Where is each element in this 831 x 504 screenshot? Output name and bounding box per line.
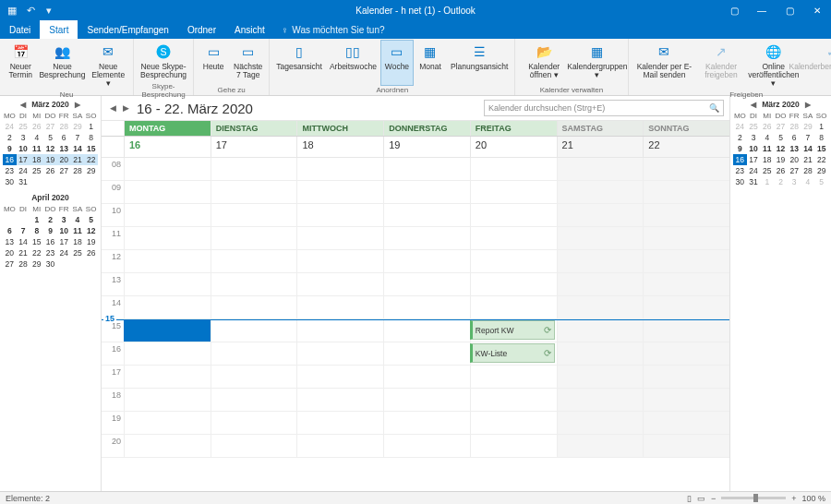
- schedule-view-button[interactable]: ☰Planungsansicht: [448, 41, 511, 85]
- calendar-day[interactable]: 18: [71, 236, 85, 247]
- calendar-day[interactable]: 31: [747, 176, 761, 187]
- calendar-day[interactable]: 29: [814, 165, 828, 176]
- calendar-day[interactable]: 15: [814, 143, 828, 154]
- calendar-day[interactable]: 3: [788, 176, 801, 187]
- calendar-day[interactable]: 16: [43, 236, 57, 247]
- date-cell[interactable]: 16: [124, 137, 211, 157]
- time-slot[interactable]: [643, 435, 729, 457]
- calendar-day[interactable]: 29: [71, 121, 85, 132]
- calendar-day[interactable]: 27: [3, 258, 17, 270]
- time-slot[interactable]: [211, 227, 297, 249]
- time-slot[interactable]: [296, 319, 383, 342]
- time-slot[interactable]: [643, 158, 729, 180]
- time-slot[interactable]: [557, 250, 644, 272]
- calendar-day[interactable]: 21: [801, 154, 815, 165]
- calendar-day[interactable]: 28: [71, 165, 85, 176]
- time-slot[interactable]: [643, 227, 729, 249]
- time-slot[interactable]: [470, 204, 557, 226]
- calendar-day[interactable]: 7: [801, 132, 815, 143]
- time-slot[interactable]: [124, 227, 211, 249]
- calendar-day[interactable]: 15: [30, 236, 43, 247]
- time-slot[interactable]: [643, 389, 729, 411]
- calendar-day[interactable]: 23: [733, 165, 747, 176]
- calendar-day[interactable]: 27: [774, 121, 788, 132]
- calendar-day[interactable]: 24: [747, 165, 761, 176]
- calendar-day[interactable]: 14: [17, 236, 30, 247]
- calendar-day[interactable]: 25: [747, 121, 761, 132]
- time-slot[interactable]: [211, 250, 297, 272]
- time-slot[interactable]: [643, 296, 729, 318]
- time-slot[interactable]: [296, 366, 383, 388]
- maximize-icon[interactable]: ▢: [776, 0, 803, 20]
- calendar-day[interactable]: 21: [17, 247, 30, 258]
- calendar-day[interactable]: 6: [57, 132, 71, 143]
- calendar-day[interactable]: 2: [43, 214, 57, 225]
- calendar-day[interactable]: 23: [3, 165, 17, 176]
- tab-start[interactable]: Start: [40, 20, 78, 39]
- tab-ansicht[interactable]: Ansicht: [225, 20, 274, 39]
- time-slot[interactable]: [296, 296, 383, 318]
- calendar-day[interactable]: 21: [71, 154, 85, 165]
- calendar-day[interactable]: 28: [801, 165, 815, 176]
- time-slot[interactable]: [383, 319, 470, 342]
- calendar-day[interactable]: [84, 176, 98, 187]
- time-slot[interactable]: [470, 273, 557, 295]
- time-slot[interactable]: [124, 366, 211, 388]
- time-slot[interactable]: [557, 273, 644, 295]
- time-slot[interactable]: [383, 204, 470, 226]
- time-slot[interactable]: [211, 158, 297, 180]
- calendar-day[interactable]: 1: [814, 121, 828, 132]
- calendar-day[interactable]: 25: [71, 247, 85, 258]
- calendar-day[interactable]: 19: [43, 154, 57, 165]
- prev-week-button[interactable]: ◀: [107, 102, 118, 114]
- calendar-day[interactable]: 22: [814, 154, 828, 165]
- date-cell[interactable]: 19: [383, 137, 470, 157]
- calendar-day[interactable]: 11: [30, 143, 43, 154]
- new-meeting-button[interactable]: 👥Neue Besprechung: [40, 41, 86, 90]
- calendar-event[interactable]: Report KW⟳: [470, 320, 555, 340]
- email-calendar-button[interactable]: ✉Kalender per E-Mail senden: [632, 41, 697, 90]
- tab-senden[interactable]: Senden/Empfangen: [78, 20, 177, 39]
- calendar-day[interactable]: 27: [57, 165, 71, 176]
- calendar-day[interactable]: 4: [801, 176, 815, 187]
- calendar-day[interactable]: 20: [3, 247, 17, 258]
- view-reading-icon[interactable]: ▭: [697, 494, 705, 503]
- next-month-button[interactable]: ▶: [805, 101, 811, 109]
- calendar-day[interactable]: 18: [760, 154, 774, 165]
- calendar-day[interactable]: 12: [43, 143, 57, 154]
- time-slot[interactable]: [643, 204, 729, 226]
- month-view-button[interactable]: ▦Monat: [415, 41, 446, 85]
- calendar-day[interactable]: 26: [84, 247, 98, 258]
- zoom-slider[interactable]: [721, 497, 786, 499]
- time-slot[interactable]: [383, 342, 470, 365]
- time-slot[interactable]: [557, 204, 644, 226]
- tab-datei[interactable]: Datei: [0, 20, 40, 39]
- calendar-day[interactable]: 31: [17, 176, 30, 187]
- time-slot[interactable]: [383, 389, 470, 411]
- time-slot[interactable]: [296, 342, 383, 365]
- time-slot[interactable]: [557, 435, 644, 457]
- next7days-button[interactable]: ▭Nächste 7 Tage: [231, 41, 265, 85]
- calendar-day[interactable]: 5: [84, 214, 98, 225]
- calendar-day[interactable]: 7: [17, 225, 30, 236]
- time-slot[interactable]: [470, 158, 557, 180]
- calendar-day[interactable]: [57, 176, 71, 187]
- time-slot[interactable]: [211, 435, 297, 457]
- time-slot[interactable]: [124, 181, 211, 203]
- calendar-day[interactable]: 3: [57, 214, 71, 225]
- calendar-day[interactable]: 5: [814, 176, 828, 187]
- time-slot[interactable]: [643, 250, 729, 272]
- time-slot[interactable]: [296, 389, 383, 411]
- calendar-day[interactable]: 20: [57, 154, 71, 165]
- calendar-event[interactable]: KW-Liste⟳: [470, 343, 555, 363]
- time-slot[interactable]: [470, 181, 557, 203]
- calendar-day[interactable]: 3: [747, 132, 761, 143]
- time-slot[interactable]: [296, 412, 383, 434]
- calendar-day[interactable]: 2: [733, 132, 747, 143]
- time-slot[interactable]: [296, 435, 383, 457]
- date-cell[interactable]: 22: [643, 137, 729, 157]
- calendar-day[interactable]: 7: [71, 132, 85, 143]
- calendar-day[interactable]: 29: [30, 258, 43, 270]
- new-appointment-button[interactable]: 📅Neuer Termin: [4, 41, 38, 90]
- calendar-day[interactable]: 29: [84, 165, 98, 176]
